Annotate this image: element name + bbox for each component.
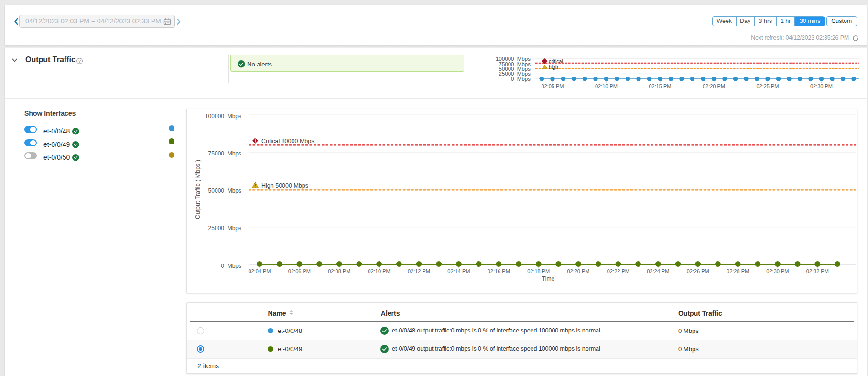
svg-text:02:32 PM: 02:32 PM xyxy=(806,268,829,274)
svg-text:02:28 PM: 02:28 PM xyxy=(727,268,749,274)
svg-text:02:18 PM: 02:18 PM xyxy=(527,268,550,274)
svg-text:High 50000 Mbps: High 50000 Mbps xyxy=(261,182,308,189)
svg-text:02:26 PM: 02:26 PM xyxy=(687,268,709,274)
svg-text:02:24 PM: 02:24 PM xyxy=(647,268,669,274)
svg-text:02:12 PM: 02:12 PM xyxy=(408,268,430,274)
svg-text:50000 Mbps: 50000 Mbps xyxy=(208,188,241,194)
svg-text:?: ? xyxy=(78,58,81,63)
svg-text:02:10 PM: 02:10 PM xyxy=(368,268,391,274)
svg-text:02:06 PM: 02:06 PM xyxy=(288,268,311,274)
svg-text:100000 Mbps: 100000 Mbps xyxy=(205,113,241,120)
svg-text:75000 Mbps: 75000 Mbps xyxy=(208,150,241,157)
svg-text:02:15 PM: 02:15 PM xyxy=(649,83,671,89)
svg-text:02:08 PM: 02:08 PM xyxy=(328,268,350,274)
svg-text:25000 Mbps: 25000 Mbps xyxy=(208,225,241,232)
svg-text:Time: Time xyxy=(542,276,555,282)
svg-text:Output Traffic ( Mbps ): Output Traffic ( Mbps ) xyxy=(195,160,201,219)
svg-text:02:04 PM: 02:04 PM xyxy=(248,268,271,274)
svg-text:02:10 PM: 02:10 PM xyxy=(595,83,618,89)
svg-text:02:22 PM: 02:22 PM xyxy=(607,268,629,274)
svg-text:0 Mbps: 0 Mbps xyxy=(221,263,241,269)
svg-text:high: high xyxy=(549,64,558,70)
svg-text:02:20 PM: 02:20 PM xyxy=(703,83,725,89)
svg-text:0 Mbps: 0 Mbps xyxy=(511,76,531,82)
svg-text:02:05 PM: 02:05 PM xyxy=(541,83,564,89)
svg-text:critical: critical xyxy=(549,58,563,64)
svg-text:02:16 PM: 02:16 PM xyxy=(488,268,510,274)
svg-text:02:25 PM: 02:25 PM xyxy=(756,83,779,89)
svg-text:02:20 PM: 02:20 PM xyxy=(567,268,589,274)
svg-text:02:30 PM: 02:30 PM xyxy=(766,268,789,274)
svg-text:Critical 80000 Mbps: Critical 80000 Mbps xyxy=(261,138,314,144)
svg-text:02:30 PM: 02:30 PM xyxy=(810,83,833,89)
svg-text:02:14 PM: 02:14 PM xyxy=(447,268,470,274)
